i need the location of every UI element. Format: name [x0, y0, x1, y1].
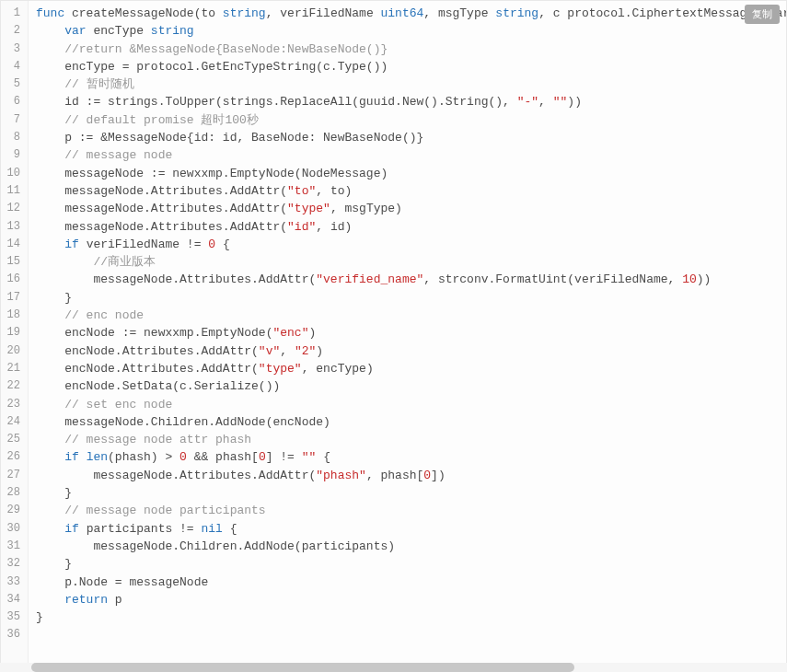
code-line: //return &MessageNode{BaseNode:NewBaseNo… — [36, 41, 779, 58]
line-number: 23 — [5, 396, 20, 413]
line-number: 22 — [5, 377, 20, 395]
line-number: 12 — [5, 200, 20, 217]
line-number: 1 — [5, 5, 20, 22]
code-line: // message node attr phash — [36, 431, 779, 448]
line-number: 25 — [5, 431, 20, 448]
line-number: 15 — [5, 253, 20, 271]
line-number: 33 — [5, 574, 20, 591]
horizontal-scrollbar[interactable] — [0, 663, 787, 672]
code-line: // set enc node — [36, 396, 779, 413]
code-line: encNode.Attributes.AddAttr("type", encTy… — [36, 360, 779, 377]
code-line: return p — [36, 591, 779, 608]
line-number: 3 — [5, 41, 20, 58]
line-number: 10 — [5, 165, 20, 182]
code-line: var encType string — [36, 22, 779, 40]
code-line: p := &MessageNode{id: id, BaseNode: NewB… — [36, 129, 779, 146]
code-line: func createMessageNode(to string, veriFi… — [36, 5, 779, 22]
code-line: // message node — [36, 146, 779, 164]
code-line: encType = protocol.GetEncTypeString(c.Ty… — [36, 58, 779, 75]
line-number: 7 — [5, 111, 20, 129]
line-number: 11 — [5, 182, 20, 200]
line-number: 26 — [5, 448, 20, 466]
line-number: 30 — [5, 520, 20, 538]
code-line: encNode.SetData(c.Serialize()) — [36, 377, 779, 395]
code-line: // default promise 超时100秒 — [36, 111, 779, 129]
line-number: 27 — [5, 467, 20, 484]
copy-button[interactable]: 复制 — [745, 5, 780, 24]
code-line: } — [36, 608, 779, 626]
line-number: 35 — [5, 608, 20, 626]
code-line: messageNode.Attributes.AddAttr("id", id) — [36, 218, 779, 236]
code-line: } — [36, 484, 779, 502]
line-number: 21 — [5, 360, 20, 377]
line-number: 9 — [5, 146, 20, 164]
code-line: if len(phash) > 0 && phash[0] != "" { — [36, 448, 779, 466]
code-line: } — [36, 555, 779, 573]
line-number: 18 — [5, 307, 20, 324]
line-number: 20 — [5, 342, 20, 360]
line-number: 17 — [5, 289, 20, 307]
line-number: 5 — [5, 75, 20, 93]
code-line: // enc node — [36, 307, 779, 324]
line-number: 16 — [5, 271, 20, 288]
code-line: encNode := newxxmp.EmptyNode("enc") — [36, 324, 779, 342]
code-line: messageNode.Children.AddNode(encNode) — [36, 413, 779, 431]
line-number: 13 — [5, 218, 20, 236]
code-line: messageNode.Attributes.AddAttr("phash", … — [36, 467, 779, 484]
code-line: messageNode.Attributes.AddAttr("type", m… — [36, 200, 779, 217]
line-number-gutter: 1234567891011121314151617181920212223242… — [1, 1, 29, 671]
code-line: messageNode.Attributes.AddAttr("verified… — [36, 271, 779, 288]
line-number: 6 — [5, 93, 20, 110]
line-number: 24 — [5, 413, 20, 431]
code-line: encNode.Attributes.AddAttr("v", "2") — [36, 342, 779, 360]
line-number: 34 — [5, 591, 20, 608]
code-line: } — [36, 289, 779, 307]
line-number: 4 — [5, 58, 20, 75]
line-number: 19 — [5, 324, 20, 342]
code-line: id := strings.ToUpper(strings.ReplaceAll… — [36, 93, 779, 110]
line-number: 29 — [5, 502, 20, 519]
line-number: 36 — [5, 626, 20, 643]
code-line: if participants != nil { — [36, 520, 779, 538]
line-number: 31 — [5, 538, 20, 555]
scrollbar-thumb[interactable] — [31, 663, 574, 672]
line-number: 14 — [5, 236, 20, 253]
code-block: 1234567891011121314151617181920212223242… — [0, 0, 787, 672]
line-number: 28 — [5, 484, 20, 502]
code-line: p.Node = messageNode — [36, 574, 779, 591]
code-line: if veriFiledName != 0 { — [36, 236, 779, 253]
code-line: messageNode.Children.AddNode(participant… — [36, 538, 779, 555]
code-line: // 暂时随机 — [36, 75, 779, 93]
line-number: 8 — [5, 129, 20, 146]
line-number: 2 — [5, 22, 20, 40]
code-line: messageNode := newxxmp.EmptyNode(NodeMes… — [36, 165, 779, 182]
line-number: 32 — [5, 555, 20, 573]
code-line: //商业版本 — [36, 253, 779, 271]
code-line: messageNode.Attributes.AddAttr("to", to) — [36, 182, 779, 200]
code-content[interactable]: func createMessageNode(to string, veriFi… — [29, 1, 786, 671]
code-line: // message node participants — [36, 502, 779, 519]
